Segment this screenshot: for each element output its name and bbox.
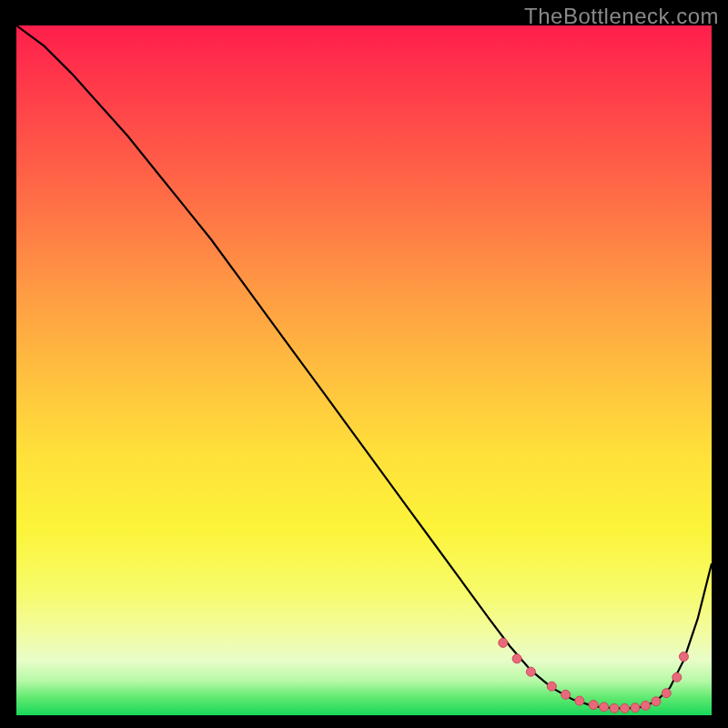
- data-dot: [589, 701, 598, 710]
- data-dot: [600, 703, 609, 712]
- data-dot: [631, 703, 640, 713]
- chart-frame: TheBottleneck.com: [0, 0, 728, 728]
- data-dot: [561, 690, 571, 699]
- data-dot: [679, 652, 688, 662]
- data-dot: [526, 667, 535, 676]
- data-dot: [575, 696, 584, 705]
- data-dot: [662, 689, 671, 698]
- data-dot: [652, 697, 661, 706]
- watermark-label: TheBottleneck.com: [524, 4, 719, 29]
- data-dot: [512, 654, 521, 663]
- data-dot: [621, 703, 630, 713]
- data-dot: [610, 703, 619, 713]
- plot-area: [16, 25, 712, 715]
- data-dot: [672, 672, 682, 682]
- data-dots: [499, 638, 689, 713]
- bottleneck-curve: [16, 25, 712, 708]
- data-dot: [547, 682, 556, 691]
- curve-svg: [16, 25, 712, 715]
- data-dot: [641, 701, 650, 710]
- data-dot: [499, 638, 508, 647]
